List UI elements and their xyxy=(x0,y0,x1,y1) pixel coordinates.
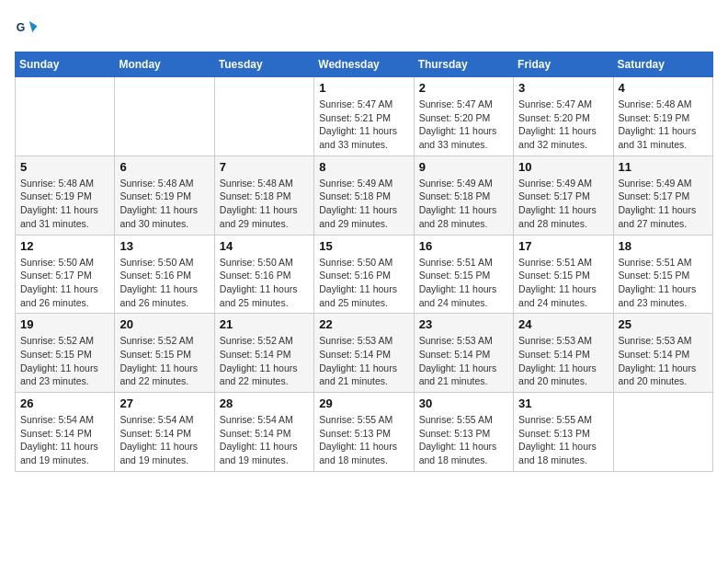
calendar-cell: 30Sunrise: 5:55 AM Sunset: 5:13 PM Dayli… xyxy=(414,393,513,472)
calendar-cell: 13Sunrise: 5:50 AM Sunset: 5:16 PM Dayli… xyxy=(115,235,214,314)
calendar-cell: 3Sunrise: 5:47 AM Sunset: 5:20 PM Daylig… xyxy=(514,77,613,156)
day-number: 14 xyxy=(220,239,309,253)
day-number: 8 xyxy=(319,160,408,174)
calendar-cell: 31Sunrise: 5:55 AM Sunset: 5:13 PM Dayli… xyxy=(514,393,613,472)
calendar-cell: 4Sunrise: 5:48 AM Sunset: 5:19 PM Daylig… xyxy=(613,77,712,156)
calendar-cell: 17Sunrise: 5:51 AM Sunset: 5:15 PM Dayli… xyxy=(514,235,613,314)
day-header-sunday: Sunday xyxy=(16,52,115,77)
day-number: 16 xyxy=(419,239,508,253)
calendar-cell: 8Sunrise: 5:49 AM Sunset: 5:18 PM Daylig… xyxy=(314,155,414,235)
day-info: Sunrise: 5:51 AM Sunset: 5:15 PM Dayligh… xyxy=(518,256,608,310)
day-info: Sunrise: 5:52 AM Sunset: 5:14 PM Dayligh… xyxy=(220,334,309,388)
calendar-cell xyxy=(115,77,214,156)
day-number: 3 xyxy=(518,81,608,95)
day-number: 6 xyxy=(119,160,209,174)
day-info: Sunrise: 5:52 AM Sunset: 5:15 PM Dayligh… xyxy=(20,334,109,388)
calendar-cell: 27Sunrise: 5:54 AM Sunset: 5:14 PM Dayli… xyxy=(115,393,214,472)
day-info: Sunrise: 5:49 AM Sunset: 5:17 PM Dayligh… xyxy=(619,177,708,231)
day-info: Sunrise: 5:50 AM Sunset: 5:16 PM Dayligh… xyxy=(220,256,309,310)
calendar-cell: 12Sunrise: 5:50 AM Sunset: 5:17 PM Dayli… xyxy=(16,235,115,314)
day-info: Sunrise: 5:47 AM Sunset: 5:20 PM Dayligh… xyxy=(518,98,608,152)
calendar-cell: 6Sunrise: 5:48 AM Sunset: 5:19 PM Daylig… xyxy=(115,155,214,235)
calendar-cell: 14Sunrise: 5:50 AM Sunset: 5:16 PM Dayli… xyxy=(214,235,313,314)
calendar-cell: 11Sunrise: 5:49 AM Sunset: 5:17 PM Dayli… xyxy=(613,155,712,235)
day-number: 26 xyxy=(20,396,109,410)
day-number: 2 xyxy=(419,81,508,95)
day-number: 15 xyxy=(319,239,408,253)
day-info: Sunrise: 5:54 AM Sunset: 5:14 PM Dayligh… xyxy=(220,413,309,467)
day-info: Sunrise: 5:51 AM Sunset: 5:15 PM Dayligh… xyxy=(419,256,508,310)
day-header-tuesday: Tuesday xyxy=(214,52,313,77)
day-info: Sunrise: 5:50 AM Sunset: 5:16 PM Dayligh… xyxy=(319,256,408,310)
day-number: 10 xyxy=(518,160,608,174)
day-info: Sunrise: 5:55 AM Sunset: 5:13 PM Dayligh… xyxy=(518,413,608,467)
day-info: Sunrise: 5:48 AM Sunset: 5:19 PM Dayligh… xyxy=(119,177,209,231)
calendar-cell: 1Sunrise: 5:47 AM Sunset: 5:21 PM Daylig… xyxy=(314,77,414,156)
calendar-cell xyxy=(214,77,313,156)
day-number: 4 xyxy=(619,81,708,95)
day-number: 20 xyxy=(119,317,209,331)
day-info: Sunrise: 5:52 AM Sunset: 5:15 PM Dayligh… xyxy=(119,334,209,388)
calendar-cell: 28Sunrise: 5:54 AM Sunset: 5:14 PM Dayli… xyxy=(214,393,313,472)
calendar-cell: 21Sunrise: 5:52 AM Sunset: 5:14 PM Dayli… xyxy=(214,314,313,393)
calendar-cell: 15Sunrise: 5:50 AM Sunset: 5:16 PM Dayli… xyxy=(314,235,414,314)
day-info: Sunrise: 5:53 AM Sunset: 5:14 PM Dayligh… xyxy=(319,334,408,388)
calendar-table: SundayMondayTuesdayWednesdayThursdayFrid… xyxy=(15,52,713,472)
day-number: 7 xyxy=(220,160,309,174)
calendar-cell: 18Sunrise: 5:51 AM Sunset: 5:15 PM Dayli… xyxy=(613,235,712,314)
calendar-week-row: 26Sunrise: 5:54 AM Sunset: 5:14 PM Dayli… xyxy=(16,393,713,472)
calendar-week-row: 19Sunrise: 5:52 AM Sunset: 5:15 PM Dayli… xyxy=(16,314,713,393)
day-info: Sunrise: 5:47 AM Sunset: 5:21 PM Dayligh… xyxy=(319,98,408,152)
day-info: Sunrise: 5:53 AM Sunset: 5:14 PM Dayligh… xyxy=(619,334,708,388)
day-number: 30 xyxy=(419,396,508,410)
day-number: 27 xyxy=(119,396,209,410)
day-number: 18 xyxy=(619,239,708,253)
calendar-cell: 22Sunrise: 5:53 AM Sunset: 5:14 PM Dayli… xyxy=(314,314,414,393)
svg-text:G: G xyxy=(17,21,26,34)
day-info: Sunrise: 5:49 AM Sunset: 5:18 PM Dayligh… xyxy=(419,177,508,231)
day-number: 21 xyxy=(220,317,309,331)
day-info: Sunrise: 5:50 AM Sunset: 5:16 PM Dayligh… xyxy=(119,256,209,310)
logo-icon: G xyxy=(15,15,40,40)
day-info: Sunrise: 5:48 AM Sunset: 5:19 PM Dayligh… xyxy=(20,177,109,231)
calendar-cell: 2Sunrise: 5:47 AM Sunset: 5:20 PM Daylig… xyxy=(414,77,513,156)
calendar-header-row: SundayMondayTuesdayWednesdayThursdayFrid… xyxy=(16,52,713,77)
day-number: 23 xyxy=(419,317,508,331)
day-number: 1 xyxy=(319,81,408,95)
calendar-cell: 19Sunrise: 5:52 AM Sunset: 5:15 PM Dayli… xyxy=(16,314,115,393)
calendar-cell xyxy=(16,77,115,156)
calendar-cell: 25Sunrise: 5:53 AM Sunset: 5:14 PM Dayli… xyxy=(613,314,712,393)
day-number: 31 xyxy=(518,396,608,410)
day-header-saturday: Saturday xyxy=(613,52,712,77)
day-info: Sunrise: 5:50 AM Sunset: 5:17 PM Dayligh… xyxy=(20,256,109,310)
calendar-cell xyxy=(613,393,712,472)
day-info: Sunrise: 5:54 AM Sunset: 5:14 PM Dayligh… xyxy=(119,413,209,467)
day-number: 11 xyxy=(619,160,708,174)
calendar-week-row: 5Sunrise: 5:48 AM Sunset: 5:19 PM Daylig… xyxy=(16,155,713,235)
day-header-monday: Monday xyxy=(115,52,214,77)
day-info: Sunrise: 5:51 AM Sunset: 5:15 PM Dayligh… xyxy=(619,256,708,310)
day-info: Sunrise: 5:55 AM Sunset: 5:13 PM Dayligh… xyxy=(419,413,508,467)
calendar-cell: 20Sunrise: 5:52 AM Sunset: 5:15 PM Dayli… xyxy=(115,314,214,393)
day-number: 17 xyxy=(518,239,608,253)
day-number: 19 xyxy=(20,317,109,331)
logo: G xyxy=(15,15,44,40)
day-number: 22 xyxy=(319,317,408,331)
calendar-cell: 7Sunrise: 5:48 AM Sunset: 5:18 PM Daylig… xyxy=(214,155,313,235)
calendar-cell: 10Sunrise: 5:49 AM Sunset: 5:17 PM Dayli… xyxy=(514,155,613,235)
day-info: Sunrise: 5:49 AM Sunset: 5:17 PM Dayligh… xyxy=(518,177,608,231)
day-number: 12 xyxy=(20,239,109,253)
calendar-week-row: 12Sunrise: 5:50 AM Sunset: 5:17 PM Dayli… xyxy=(16,235,713,314)
day-number: 5 xyxy=(20,160,109,174)
calendar-cell: 29Sunrise: 5:55 AM Sunset: 5:13 PM Dayli… xyxy=(314,393,414,472)
calendar-cell: 5Sunrise: 5:48 AM Sunset: 5:19 PM Daylig… xyxy=(16,155,115,235)
calendar-cell: 9Sunrise: 5:49 AM Sunset: 5:18 PM Daylig… xyxy=(414,155,513,235)
day-info: Sunrise: 5:53 AM Sunset: 5:14 PM Dayligh… xyxy=(518,334,608,388)
day-info: Sunrise: 5:54 AM Sunset: 5:14 PM Dayligh… xyxy=(20,413,109,467)
day-info: Sunrise: 5:47 AM Sunset: 5:20 PM Dayligh… xyxy=(419,98,508,152)
day-info: Sunrise: 5:48 AM Sunset: 5:19 PM Dayligh… xyxy=(619,98,708,152)
day-info: Sunrise: 5:49 AM Sunset: 5:18 PM Dayligh… xyxy=(319,177,408,231)
day-number: 25 xyxy=(619,317,708,331)
page-header: G xyxy=(15,15,713,40)
calendar-cell: 24Sunrise: 5:53 AM Sunset: 5:14 PM Dayli… xyxy=(514,314,613,393)
